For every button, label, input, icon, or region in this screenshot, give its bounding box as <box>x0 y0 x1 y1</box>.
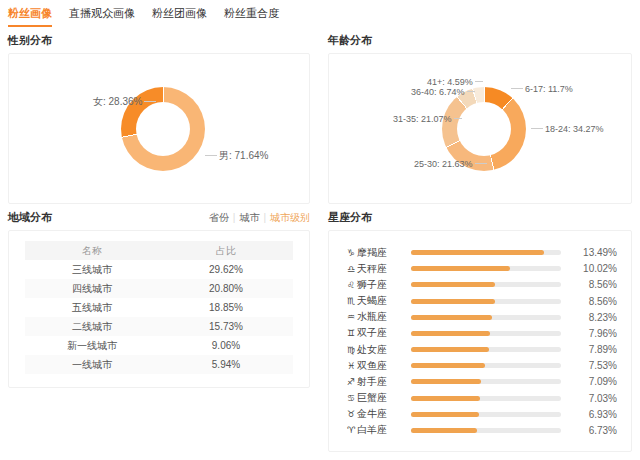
zodiac-row: ♒水瓶座8.23% <box>347 310 617 325</box>
left-column: 性别分布 女: 28.36% 男: 71.64% 地域分布 省份|城市|城市级别 <box>8 27 310 452</box>
zodiac-row: ♋巨蟹座7.03% <box>347 391 617 406</box>
leo-icon: ♌ <box>347 280 355 290</box>
region-name: 一线城市 <box>25 355 159 374</box>
label-connector-line <box>475 163 487 164</box>
zodiac-name: 金牛座 <box>357 407 387 421</box>
tab-fan-overlap[interactable]: 粉丝重合度 <box>224 6 279 25</box>
zodiac-bar-fill <box>411 315 492 320</box>
region-name: 三线城市 <box>25 260 159 279</box>
tab-fan-profile[interactable]: 粉丝画像 <box>8 6 52 27</box>
zodiac-bar-track <box>411 396 561 401</box>
zodiac-bar-track <box>411 250 561 255</box>
zodiac-name: 摩羯座 <box>357 246 387 260</box>
zodiac-bar-track <box>411 363 561 368</box>
region-share: 15.73% <box>159 317 293 336</box>
region-share: 5.94% <box>159 355 293 374</box>
zodiac-value: 7.03% <box>575 393 617 404</box>
region-name: 五线城市 <box>25 298 159 317</box>
zodiac-bar-fill <box>411 412 479 417</box>
right-column: 年龄分布 41+: 4.59% 36-40: 6.74% 6-17: 11.7%… <box>328 27 632 452</box>
gemini-icon: ♊ <box>347 328 355 338</box>
zodiac-row: ♈白羊座6.73% <box>347 423 617 438</box>
taurus-icon: ♉ <box>347 409 355 419</box>
zodiac-section: 星座分布 ♑摩羯座13.49% ♎天秤座10.02% ♌狮子座8.56% ♏天蝎… <box>328 204 632 452</box>
zodiac-value: 8.56% <box>575 296 617 307</box>
zodiac-section-title: 星座分布 <box>328 210 372 225</box>
zodiac-value: 13.49% <box>575 247 617 258</box>
region-filter-tabs: 省份|城市|城市级别 <box>209 211 310 225</box>
zodiac-name: 狮子座 <box>357 278 387 292</box>
dashboard: 性别分布 女: 28.36% 男: 71.64% 地域分布 省份|城市|城市级别 <box>0 27 640 452</box>
region-share: 9.06% <box>159 336 293 355</box>
zodiac-bar-fill <box>411 396 480 401</box>
donut-hole <box>457 102 511 156</box>
zodiac-row: ♑摩羯座13.49% <box>347 245 617 260</box>
age-label-25-30: 25-30: 21.63% <box>414 159 489 170</box>
zodiac-name: 天秤座 <box>357 262 387 276</box>
age-value: 41+: 4.59% <box>427 77 473 87</box>
tab-fan-club-profile[interactable]: 粉丝团画像 <box>152 6 207 25</box>
zodiac-name: 巨蟹座 <box>357 391 387 405</box>
region-table-panel: 名称 占比 三线城市29.62% 四线城市20.80% 五线城市18.85% 二… <box>8 230 310 388</box>
top-nav: 粉丝画像 直播观众画像 粉丝团画像 粉丝重合度 <box>0 0 640 27</box>
zodiac-bar-track <box>411 315 561 320</box>
age-value: 36-40: 6.74% <box>411 87 465 97</box>
zodiac-value: 8.56% <box>575 279 617 290</box>
zodiac-chart-panel: ♑摩羯座13.49% ♎天秤座10.02% ♌狮子座8.56% ♏天蝎座8.56… <box>328 230 632 452</box>
zodiac-bar-fill <box>411 250 544 255</box>
zodiac-value: 8.23% <box>575 312 617 323</box>
zodiac-bar-fill <box>411 266 510 271</box>
zodiac-bar-fill <box>411 299 495 304</box>
zodiac-bar-fill <box>411 363 485 368</box>
table-row: 新一线城市9.06% <box>25 336 293 355</box>
region-section-title: 地域分布 <box>8 210 52 225</box>
table-row: 五线城市18.85% <box>25 298 293 317</box>
zodiac-bar-track <box>411 299 561 304</box>
label-connector-line <box>511 88 523 89</box>
label-connector-line <box>475 81 483 82</box>
region-tab-city[interactable]: 城市 <box>239 212 259 223</box>
region-tab-city-tier[interactable]: 城市级别 <box>270 212 310 223</box>
zodiac-bar-track <box>411 428 561 433</box>
region-share: 20.80% <box>159 279 293 298</box>
gender-chart-panel: 女: 28.36% 男: 71.64% <box>8 53 310 204</box>
zodiac-name: 处女座 <box>357 343 387 357</box>
zodiac-value: 6.93% <box>575 409 617 420</box>
region-tab-province[interactable]: 省份 <box>209 212 229 223</box>
zodiac-row: ♏天蝎座8.56% <box>347 294 617 309</box>
age-value: 6-17: 11.7% <box>525 84 573 94</box>
age-section: 年龄分布 41+: 4.59% 36-40: 6.74% 6-17: 11.7%… <box>328 27 632 204</box>
zodiac-row: ♉金牛座6.93% <box>347 407 617 422</box>
zodiac-bar-fill <box>411 379 481 384</box>
zodiac-value: 7.96% <box>575 328 617 339</box>
zodiac-name: 双鱼座 <box>357 359 387 373</box>
label-connector-line <box>531 128 543 129</box>
label-connector-line <box>454 118 462 119</box>
gender-section: 性别分布 女: 28.36% 男: 71.64% <box>8 27 310 204</box>
region-name: 新一线城市 <box>25 336 159 355</box>
tab-separator: | <box>233 212 236 223</box>
zodiac-value: 10.02% <box>575 263 617 274</box>
region-name: 四线城市 <box>25 279 159 298</box>
zodiac-name: 天蝎座 <box>357 294 387 308</box>
cancer-icon: ♋ <box>347 393 355 403</box>
zodiac-value: 7.53% <box>575 360 617 371</box>
zodiac-bar-track <box>411 412 561 417</box>
gender-female-label: 女: 28.36% <box>93 96 158 107</box>
zodiac-bar-fill <box>411 428 477 433</box>
zodiac-row: ♊双子座7.96% <box>347 326 617 341</box>
aquarius-icon: ♒ <box>347 312 355 322</box>
gender-male-value: 男: 71.64% <box>219 150 268 161</box>
region-share: 29.62% <box>159 260 293 279</box>
age-label-18-24: 18-24: 34.27% <box>529 124 604 135</box>
age-label-6-17: 6-17: 11.7% <box>509 84 573 95</box>
table-row: 三线城市29.62% <box>25 260 293 279</box>
zodiac-row: ♐射手座7.09% <box>347 374 617 389</box>
tab-separator: | <box>263 212 266 223</box>
pisces-icon: ♓ <box>347 361 355 371</box>
age-value: 31-35: 21.07% <box>393 114 452 124</box>
tab-live-audience-profile[interactable]: 直播观众画像 <box>69 6 135 25</box>
zodiac-row: ♍处女座7.89% <box>347 342 617 357</box>
zodiac-value: 7.09% <box>575 376 617 387</box>
capricorn-icon: ♑ <box>347 248 355 258</box>
